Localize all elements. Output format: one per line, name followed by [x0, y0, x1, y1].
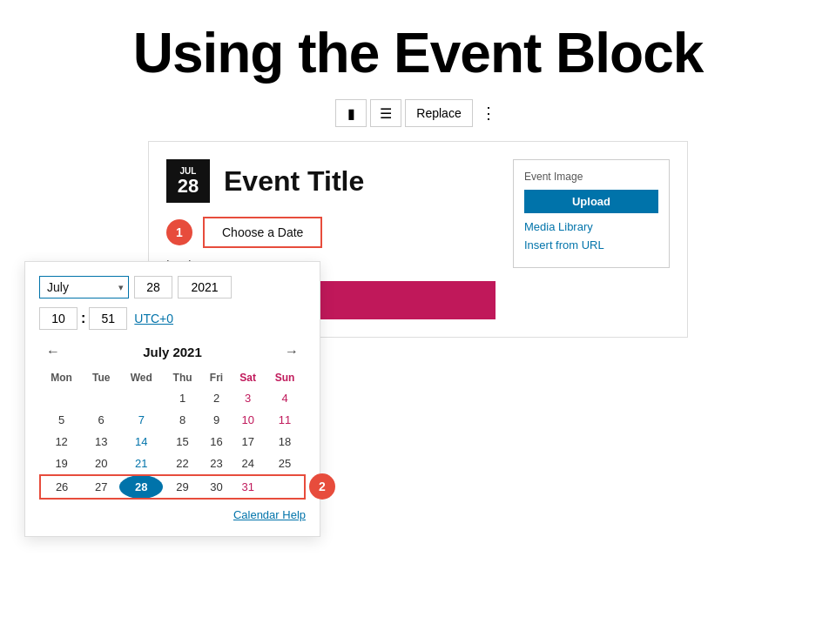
cal-day[interactable]: 8 — [163, 409, 202, 431]
cal-day[interactable]: 12 — [40, 431, 83, 453]
calendar-week-5: 26 27 28 29 30 31 — [40, 475, 305, 499]
col-sun: Sun — [265, 368, 305, 387]
more-options-button[interactable]: ⋮ — [476, 99, 501, 127]
cal-day[interactable]: 7 — [119, 409, 163, 431]
col-mon: Mon — [40, 368, 83, 387]
cal-day[interactable]: 2 — [202, 387, 231, 409]
cal-day[interactable]: 22 — [163, 453, 202, 475]
cal-day[interactable]: 26 — [40, 475, 83, 499]
badge-day: 28 — [178, 177, 199, 196]
page-title: Using the Event Block — [0, 0, 836, 99]
bubble-2: 2 — [309, 473, 335, 500]
cal-day[interactable]: 3 — [231, 387, 265, 409]
calendar-month-label: July 2021 — [143, 345, 202, 359]
col-fri: Fri — [202, 368, 231, 387]
cal-day[interactable]: 13 — [83, 431, 119, 453]
replace-button[interactable]: Replace — [405, 99, 472, 127]
hour-input[interactable] — [39, 307, 78, 330]
block-icon: ▮ — [347, 105, 355, 122]
month-select-wrap: July January February March April May Ju… — [39, 276, 129, 299]
col-tue: Tue — [83, 368, 119, 387]
year-input[interactable] — [178, 276, 232, 299]
day-input[interactable] — [134, 276, 172, 299]
cal-day[interactable]: 18 — [265, 431, 305, 453]
cal-day[interactable]: 6 — [83, 409, 119, 431]
bubble-1: 1 — [166, 219, 192, 245]
cal-day[interactable] — [119, 387, 163, 409]
cal-day[interactable] — [40, 387, 83, 409]
choose-date-button[interactable]: Choose a Date — [203, 217, 322, 248]
minute-input[interactable] — [89, 307, 127, 330]
col-thu: Thu — [163, 368, 202, 387]
cal-day[interactable]: 30 — [202, 475, 231, 499]
cal-day[interactable]: 25 — [265, 453, 305, 475]
more-options-icon: ⋮ — [481, 104, 496, 123]
event-title[interactable]: Event Title — [224, 165, 364, 198]
calendar-grid: Mon Tue Wed Thu Fri Sat Sun 1 2 3 4 — [39, 368, 306, 500]
event-image-panel: Event Image Upload Media Library Insert … — [513, 159, 670, 268]
calendar-help-link[interactable]: Calendar Help — [233, 508, 306, 521]
cal-day[interactable]: 23 — [202, 453, 231, 475]
prev-month-button[interactable]: ← — [39, 342, 67, 361]
cal-day[interactable]: 29 — [163, 475, 202, 499]
cal-day[interactable]: 27 — [83, 475, 119, 499]
cal-day[interactable]: 14 — [119, 431, 163, 453]
cal-day[interactable]: 5 — [40, 409, 83, 431]
cal-day[interactable] — [83, 387, 119, 409]
col-wed: Wed — [119, 368, 163, 387]
cal-day[interactable]: 17 — [231, 431, 265, 453]
cal-day[interactable]: 21 — [119, 453, 163, 475]
media-library-link[interactable]: Media Library — [524, 220, 658, 233]
calendar-week-2: 5 6 7 8 9 10 11 — [40, 409, 305, 431]
upload-button[interactable]: Upload — [524, 190, 658, 213]
cal-day[interactable]: 16 — [202, 431, 231, 453]
replace-label: Replace — [416, 106, 461, 120]
time-controls: : UTC+0 — [39, 307, 306, 330]
timezone-label[interactable]: UTC+0 — [134, 312, 173, 325]
cal-day[interactable]: 11 — [265, 409, 305, 431]
month-select[interactable]: July January February March April May Ju… — [39, 276, 129, 299]
calendar-week-1: 1 2 3 4 — [40, 387, 305, 409]
calendar-nav: ← July 2021 → — [39, 342, 306, 361]
cal-day[interactable]: 10 — [231, 409, 265, 431]
cal-day[interactable]: 19 — [40, 453, 83, 475]
cal-day-selected[interactable]: 28 — [119, 475, 163, 499]
calendar-help: Calendar Help — [39, 506, 306, 522]
col-sat: Sat — [231, 368, 265, 387]
calendar-week-3: 12 13 14 15 16 17 18 — [40, 431, 305, 453]
time-separator: : — [81, 311, 85, 326]
list-icon: ☰ — [380, 105, 392, 122]
calendar-popup: July January February March April May Ju… — [24, 261, 320, 537]
cal-day[interactable]: 4 — [265, 387, 305, 409]
editor-toolbar: ▮ ☰ Replace ⋮ — [0, 99, 836, 127]
cal-day[interactable]: 9 — [202, 409, 231, 431]
cal-day[interactable]: 24 — [231, 453, 265, 475]
event-image-label: Event Image — [524, 171, 658, 183]
choose-date-label: Choose a Date — [222, 225, 303, 239]
next-month-button[interactable]: → — [278, 342, 306, 361]
cal-day[interactable]: 20 — [83, 453, 119, 475]
cal-day[interactable] — [265, 475, 305, 499]
cal-day[interactable]: 31 — [231, 475, 265, 499]
event-date-badge: Jul 28 — [166, 159, 210, 203]
cal-day[interactable]: 15 — [163, 431, 202, 453]
block-icon-button[interactable]: ▮ — [335, 99, 367, 127]
cal-day[interactable]: 1 — [163, 387, 202, 409]
calendar-header-row: Mon Tue Wed Thu Fri Sat Sun — [40, 368, 305, 387]
list-icon-button[interactable]: ☰ — [370, 99, 401, 127]
date-controls: July January February March April May Ju… — [39, 276, 306, 299]
calendar-week-4: 19 20 21 22 23 24 25 — [40, 453, 305, 475]
insert-url-link[interactable]: Insert from URL — [524, 238, 658, 252]
